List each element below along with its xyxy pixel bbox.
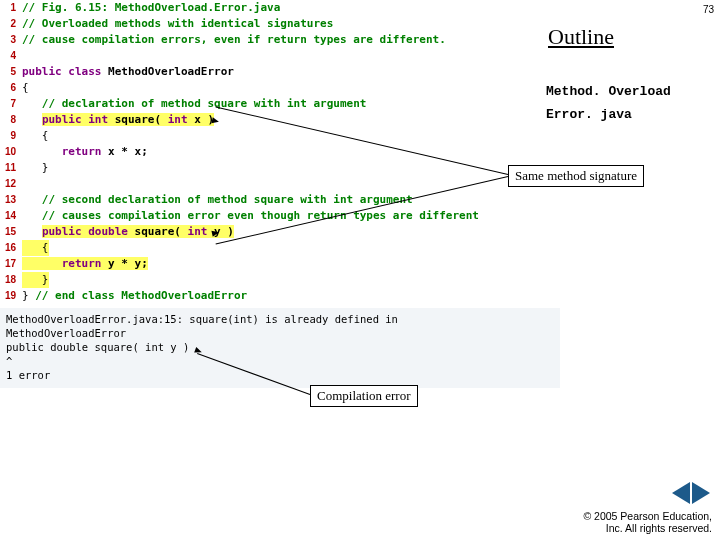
line-number: 4	[0, 48, 22, 64]
line-number: 16	[0, 240, 22, 256]
line-number: 1	[0, 0, 22, 16]
line-number: 12	[0, 176, 22, 192]
code-text: return y * y;	[22, 256, 148, 272]
code-text: public double square( int y )	[22, 224, 234, 240]
error-line: 1 error	[6, 368, 554, 382]
code-text: // declaration of method square with int…	[22, 96, 366, 112]
code-text: // second declaration of method square w…	[22, 192, 413, 208]
code-text: {	[22, 80, 29, 96]
line-number: 14	[0, 208, 22, 224]
line-number: 17	[0, 256, 22, 272]
outline-heading: Outline	[548, 24, 712, 50]
class-name-label: Method. Overload	[546, 84, 712, 99]
file-name-label: Error. java	[546, 107, 712, 122]
prev-slide-button[interactable]	[672, 482, 690, 504]
line-number: 19	[0, 288, 22, 304]
code-text: // Overloaded methods with identical sig…	[22, 16, 333, 32]
error-line: MethodOverloadError.java:15: square(int)…	[6, 312, 554, 326]
page-number: 73	[703, 4, 714, 15]
line-number: 7	[0, 96, 22, 112]
code-text: // causes compilation error even though …	[22, 208, 479, 224]
line-number: 13	[0, 192, 22, 208]
code-text: } // end class MethodOverloadError	[22, 288, 247, 304]
footer-text: Inc. All rights reserved.	[583, 522, 712, 534]
line-number: 10	[0, 144, 22, 160]
code-text: }	[22, 272, 49, 288]
code-listing: 1// Fig. 6.15: MethodOverload.Error.java…	[0, 0, 560, 304]
line-number: 8	[0, 112, 22, 128]
code-text: }	[22, 160, 49, 176]
code-text: {	[22, 128, 49, 144]
line-number: 6	[0, 80, 22, 96]
line-number: 5	[0, 64, 22, 80]
arrow-head-icon	[211, 117, 219, 124]
error-line: public double square( int y )	[6, 340, 554, 354]
callout-same-signature: Same method signature	[508, 165, 644, 187]
line-number: 2	[0, 16, 22, 32]
compiler-error-output: MethodOverloadError.java:15: square(int)…	[0, 308, 560, 388]
code-text: return x * x;	[22, 144, 148, 160]
line-number: 18	[0, 272, 22, 288]
line-number: 11	[0, 160, 22, 176]
line-number: 9	[0, 128, 22, 144]
next-slide-button[interactable]	[692, 482, 710, 504]
copyright-footer: © 2005 Pearson Education, Inc. All right…	[583, 510, 712, 534]
code-text: public class MethodOverloadError	[22, 64, 234, 80]
code-text: // cause compilation errors, even if ret…	[22, 32, 446, 48]
footer-text: © 2005 Pearson Education,	[583, 510, 712, 522]
line-number: 3	[0, 32, 22, 48]
code-text: {	[22, 240, 49, 256]
code-text: // Fig. 6.15: MethodOverload.Error.java	[22, 0, 280, 16]
outline-pane: 73 Outline Method. Overload Error. java	[540, 0, 720, 122]
code-text: public int square( int x )	[22, 112, 214, 128]
line-number: 15	[0, 224, 22, 240]
callout-compilation-error: Compilation error	[310, 385, 418, 407]
error-line: ^	[6, 354, 554, 368]
nav-controls	[672, 482, 710, 504]
error-line: MethodOverloadError	[6, 326, 554, 340]
